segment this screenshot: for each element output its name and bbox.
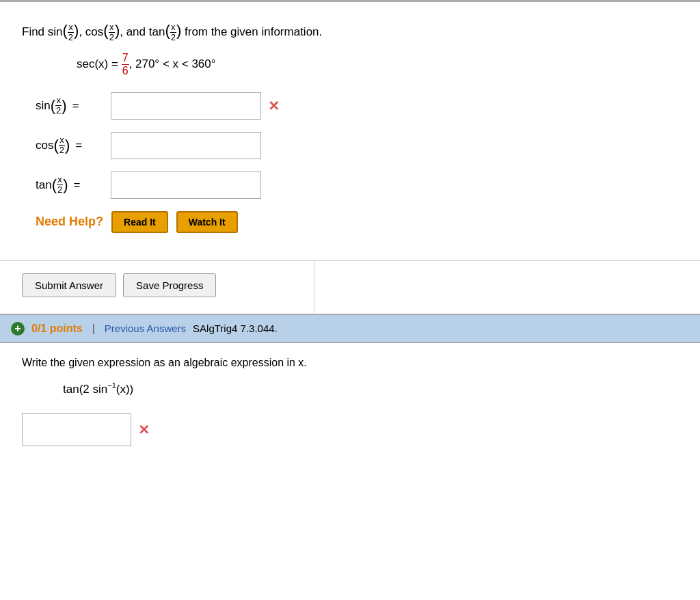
title-tan: , and tan	[120, 25, 165, 38]
problem-id: SAlgTrig4 7.3.044.	[193, 323, 278, 334]
sin-input[interactable]	[111, 92, 261, 120]
given-info: sec(x) = 7 6 , 270° < x < 360°	[77, 52, 678, 77]
sin-label: sin( x 2 ) =	[36, 96, 111, 116]
plus-circle-icon: +	[11, 322, 25, 336]
sin-inv-superscript: −1	[107, 381, 116, 390]
sin-frac: x 2	[55, 96, 62, 116]
paren-open-2: (	[103, 22, 108, 39]
cos-frac: x 2	[59, 135, 65, 156]
paren-open-3: (	[165, 22, 170, 39]
tan-input[interactable]	[111, 172, 261, 199]
title-frac-2: x 2	[109, 23, 115, 43]
given-condition: , 270° < x < 360°	[129, 57, 216, 70]
problem-title: Find sin( x 2 ), cos( x 2 ), and tan( x …	[22, 18, 678, 42]
problem-2-input[interactable]	[22, 413, 131, 446]
points-label: 0/1 points	[31, 323, 83, 335]
sin-input-row: sin( x 2 ) = ✕	[36, 92, 678, 120]
tan-equals: =	[74, 178, 81, 192]
title-frac-3: x 2	[170, 23, 176, 43]
cos-input-row: cos( x 2 ) =	[36, 132, 678, 159]
prev-answers-label: Previous Answers	[105, 323, 186, 334]
cos-label: cos( x 2 ) =	[36, 135, 111, 156]
tan-frac: x 2	[57, 175, 63, 195]
tan-label: tan( x 2 ) =	[36, 175, 111, 195]
given-label: sec(x) =	[77, 57, 122, 70]
left-action-pane: Submit Answer Save Progress	[0, 261, 314, 314]
action-buttons: Submit Answer Save Progress	[22, 273, 292, 304]
problem-2-body: Write the given expression as an algebra…	[0, 343, 700, 460]
paren-open-1: (	[63, 22, 68, 39]
tan-input-row: tan( x 2 ) =	[36, 172, 678, 199]
problem-2-error-mark: ✕	[138, 422, 150, 438]
read-it-button[interactable]: Read It	[111, 211, 168, 233]
problem-1-section: Find sin( x 2 ), cos( x 2 ), and tan( x …	[0, 2, 700, 261]
save-progress-button[interactable]: Save Progress	[123, 273, 216, 297]
section-header: + 0/1 points | Previous Answers SAlgTrig…	[0, 314, 700, 343]
sin-equals: =	[72, 99, 79, 113]
problem-2-description: Write the given expression as an algebra…	[22, 357, 678, 369]
page-wrapper: Find sin( x 2 ), cos( x 2 ), and tan( x …	[0, 0, 700, 600]
watch-it-button[interactable]: Watch It	[176, 211, 238, 233]
action-area: Submit Answer Save Progress	[0, 261, 700, 314]
title-find-sin: Find sin	[22, 25, 63, 38]
title-tail: from the given information.	[181, 25, 322, 38]
title-cos: , cos	[79, 25, 103, 38]
problem-2-input-row: ✕	[22, 413, 678, 446]
need-help-area: Need Help? Read It Watch It	[36, 211, 678, 233]
sin-error-mark: ✕	[268, 98, 280, 114]
cos-equals: =	[75, 139, 82, 152]
submit-answer-button[interactable]: Submit Answer	[22, 273, 116, 297]
points-value: 0/1 points	[31, 323, 83, 334]
given-fraction: 7 6	[122, 52, 129, 77]
pipe-divider: |	[92, 323, 95, 335]
cos-input[interactable]	[111, 132, 261, 159]
need-help-label: Need Help?	[36, 215, 103, 229]
problem-2-expression: tan(2 sin−1(x))	[63, 380, 678, 398]
title-frac-1: x 2	[68, 23, 74, 43]
problem-2-section: + 0/1 points | Previous Answers SAlgTrig…	[0, 314, 700, 460]
right-action-pane	[314, 261, 700, 314]
